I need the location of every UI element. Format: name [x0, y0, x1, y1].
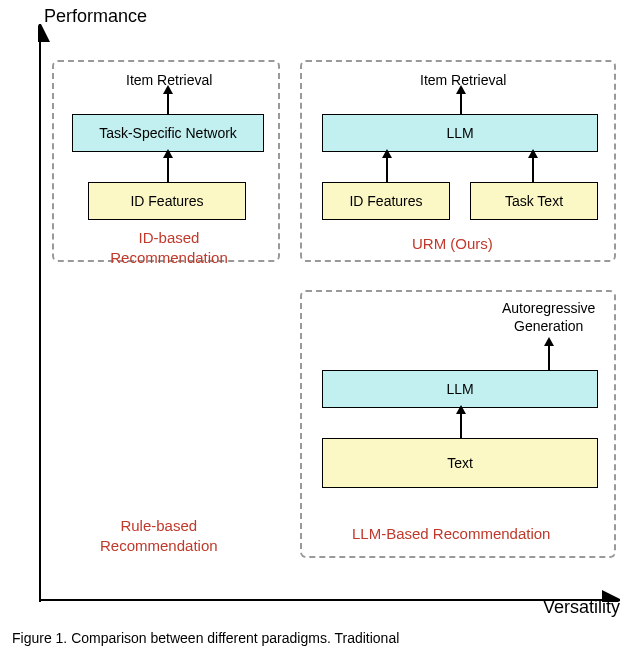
box-task-specific-network: Task-Specific Network — [72, 114, 264, 152]
arrow-icon — [386, 156, 388, 182]
figure-caption: Figure 1. Comparison between different p… — [12, 630, 399, 646]
arrow-icon — [548, 344, 550, 370]
box-text: Text — [322, 438, 598, 488]
box-llm: LLM — [322, 370, 598, 408]
output-llm: Autoregressive Generation — [502, 300, 595, 335]
box-task-text: Task Text — [470, 182, 598, 220]
panel-urm: Item Retrieval LLM ID Features Task Text… — [300, 60, 616, 262]
label-id-based: ID-based Recommendation — [104, 228, 234, 267]
panel-llm-based: Autoregressive Generation LLM Text LLM-B… — [300, 290, 616, 558]
box-id-features-urm: ID Features — [322, 182, 450, 220]
box-llm-urm: LLM — [322, 114, 598, 152]
arrow-icon — [167, 156, 169, 182]
label-rule-based: Rule-based Recommendation — [100, 516, 218, 555]
box-id-features: ID Features — [88, 182, 246, 220]
arrow-icon — [460, 412, 462, 438]
label-urm: URM (Ours) — [412, 234, 493, 254]
arrow-icon — [167, 92, 169, 114]
label-llm-based: LLM-Based Recommendation — [352, 524, 550, 544]
arrow-icon — [532, 156, 534, 182]
arrow-icon — [460, 92, 462, 114]
panel-id-based: Item Retrieval Task-Specific Network ID … — [52, 60, 280, 262]
